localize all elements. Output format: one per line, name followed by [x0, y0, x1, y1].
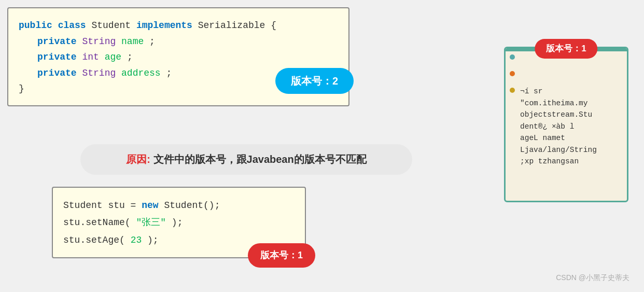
keyword-private-3: private [37, 68, 77, 78]
dot-orange [510, 71, 515, 76]
code-box-bottom: Student stu = new Student(); stu.setName… [52, 187, 306, 258]
code-line-2: private String name ; [19, 34, 338, 50]
version-badge-v1-notepad: 版本号：1 [535, 39, 597, 59]
keyword-class: class [58, 20, 86, 31]
watermark: CSDN @小黑子史蒂夫 [556, 273, 629, 283]
notepad-decorative-dots [510, 54, 515, 93]
code-box-top: public class Student implements Serializ… [7, 7, 349, 106]
version-badge-v1-bottom: 版本号：1 [248, 243, 315, 268]
var-name: name [121, 36, 144, 47]
reason-text: 文件中的版本号，跟Javabean的版本号不匹配 [153, 154, 367, 165]
keyword-implements: implements [136, 20, 192, 31]
code-line-1: public class Student implements Serializ… [19, 18, 338, 34]
keyword-public: public [19, 20, 52, 31]
string-zhangsan: "张三" [136, 217, 166, 228]
reason-banner: 原因: 文件中的版本号，跟Javabean的版本号不匹配 [80, 144, 412, 175]
version-badge-v2: 版本号：2 [275, 68, 354, 94]
keyword-new: new [142, 200, 158, 211]
type-string-1: String [82, 36, 121, 47]
keyword-private-2: private [37, 52, 77, 62]
dot-yellow [510, 88, 515, 93]
number-23: 23 [131, 235, 142, 245]
var-age: age [105, 52, 121, 62]
code-line-3: private int age ; [19, 49, 338, 65]
reason-label: 原因: [126, 154, 150, 165]
main-container: public class Student implements Serializ… [0, 0, 644, 292]
code-line-b1: Student stu = new Student(); [63, 197, 295, 214]
notepad-content: ¬í sr "com.itheima.my objectstream.Stu d… [513, 74, 620, 168]
type-string-2: String [82, 68, 121, 78]
notepad-card: 版本号：1 ¬í sr "com.itheima.my objectstream… [504, 47, 628, 202]
keyword-private-1: private [37, 36, 77, 47]
type-int: int [82, 52, 104, 62]
code-line-b2: stu.setName( "张三" ); [63, 214, 295, 231]
var-address: address [121, 68, 161, 78]
dot-teal [510, 54, 515, 60]
